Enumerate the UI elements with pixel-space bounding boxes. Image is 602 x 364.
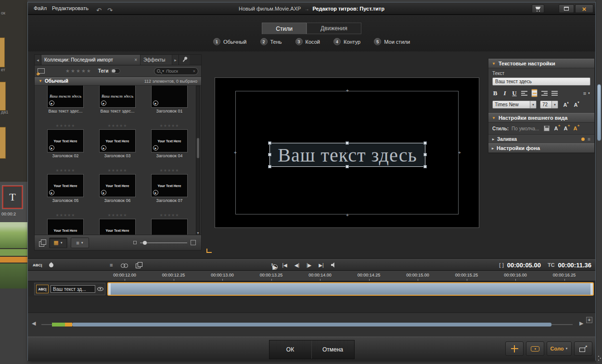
play-icon[interactable]: ▶	[49, 100, 54, 106]
text-settings-header[interactable]: ▼ Текстовые настройки	[488, 59, 594, 68]
italic-button[interactable]: I	[502, 89, 508, 97]
item-thumbnail[interactable]: Your Text Here▶	[47, 129, 84, 152]
collection-item[interactable]: ★★★★★▶	[143, 213, 195, 236]
import-icon[interactable]	[38, 68, 45, 74]
fill-options-icon[interactable]: ≡	[588, 137, 590, 142]
background-settings-header[interactable]: ▸ Настройки фона	[488, 143, 594, 153]
title-text-input[interactable]: Ваш текст здесь	[492, 77, 590, 86]
tab-effects[interactable]: Эффекты	[141, 55, 172, 65]
increase-size-button[interactable]: A▲	[562, 102, 569, 108]
go-to-end-button[interactable]: ▶|	[319, 263, 323, 268]
selected-text-box[interactable]: Ваш текст здесь	[269, 143, 425, 167]
thumbnail-size-slider[interactable]	[140, 240, 187, 245]
collection-item[interactable]: ★★★★★Ваш текст здесь▶Ваш текст здес...	[91, 86, 143, 114]
zoom-in-icon[interactable]	[191, 240, 196, 245]
collection-item[interactable]: ★★★★★Your Text Here▶Заголовок 04	[143, 124, 195, 159]
order-icon[interactable]: ≡	[110, 262, 113, 268]
cancel-button[interactable]: Отмена	[312, 340, 354, 359]
play-icon[interactable]: ▶	[153, 145, 158, 151]
pin-button[interactable]	[179, 55, 190, 65]
list-view-button[interactable]: ≡ ▼	[71, 238, 89, 248]
item-thumbnail[interactable]: Your Text Here▶	[99, 129, 136, 152]
maximize-button[interactable]	[559, 4, 574, 13]
resize-handle[interactable]	[268, 153, 271, 156]
search-clear-icon[interactable]: ×	[193, 69, 195, 74]
tags-control[interactable]: Теги	[98, 68, 120, 74]
item-rating-stars[interactable]: ★★★★★	[160, 168, 179, 174]
resize-handle[interactable]	[346, 141, 349, 145]
shop-button[interactable]	[532, 4, 544, 13]
appearance-settings-header[interactable]: ▼ Настройки внешнего вида	[488, 113, 594, 123]
collection-item[interactable]: ★★★★★Your Text Here▶Заголовок 06	[91, 168, 143, 204]
align-center-button[interactable]	[531, 89, 538, 97]
scroll-right-button[interactable]: ▶	[579, 320, 583, 326]
item-thumbnail[interactable]: Ваш текст здесь▶	[47, 86, 84, 108]
undo-icon[interactable]: ↶	[96, 7, 102, 14]
item-thumbnail[interactable]: Ваш текст здесь▶	[99, 86, 136, 108]
scroll-down-icon[interactable]: ▼	[196, 231, 200, 235]
collapse-icon[interactable]: ▼	[38, 79, 42, 83]
solo-button[interactable]: Соло ▼	[547, 341, 572, 356]
section-header[interactable]: ▼ Обычный 112 элементов, 0 выбрано	[35, 77, 201, 86]
close-button[interactable]: ×	[575, 4, 593, 13]
item-thumbnail[interactable]: ▶	[151, 219, 188, 236]
align-right-button[interactable]	[541, 91, 548, 96]
fill-section-row[interactable]: ▸ Заливка ≡	[488, 134, 594, 143]
bold-button[interactable]: B	[492, 89, 498, 97]
play-icon[interactable]: ▶	[101, 100, 106, 106]
collection-item[interactable]: ★★★★★Your Text Here▶Заголовок 07	[143, 168, 195, 204]
tab-collection-last-import[interactable]: Коллекции: Последний импорт ×	[41, 55, 141, 65]
scroll-left-button[interactable]: ◀	[32, 320, 36, 326]
align-left-button[interactable]	[521, 91, 527, 96]
grid-view-button[interactable]: ▦ ▼	[49, 238, 67, 248]
item-rating-stars[interactable]: ★★★★★	[56, 213, 76, 219]
host-vertical-scrollbar[interactable]	[596, 0, 602, 364]
collection-item[interactable]: ★★★★★Your Text Here▶Заголовок 05	[39, 168, 91, 204]
item-thumbnail[interactable]: Your Text Here▶	[47, 219, 84, 236]
item-rating-stars[interactable]: ★★★★★	[108, 168, 128, 174]
collapse-icon[interactable]: ▼	[492, 62, 496, 66]
redo-icon[interactable]: ↷	[107, 7, 113, 14]
item-rating-stars[interactable]: ★★★★★	[56, 124, 76, 129]
collection-item[interactable]: ★★★★★▶Заголовок 01	[143, 86, 195, 114]
menu-edit[interactable]: Редактировать	[52, 5, 89, 11]
play-button[interactable]: ▶	[272, 264, 278, 270]
timeline-ruler[interactable]: 00:00:12.0000:00:12.2500:00:13.0000:00:1…	[28, 271, 595, 281]
add-new-style-button[interactable]: A+	[572, 126, 578, 131]
resize-handle[interactable]	[268, 141, 271, 145]
style-tab-4[interactable]: 4Контур	[333, 38, 360, 45]
dropdown-icon[interactable]: ▼	[60, 241, 63, 244]
collection-item[interactable]: ★★★★★Your Text Here▶Заголовок 02	[39, 124, 91, 159]
title-clip[interactable]	[107, 282, 594, 296]
collection-item[interactable]: ★★★★★Your Text Here▶	[91, 213, 143, 236]
style-tab-1[interactable]: 1Обычный	[213, 38, 247, 45]
item-thumbnail[interactable]: Your Text Here▶	[151, 174, 188, 197]
resize-grip[interactable]	[598, 356, 599, 357]
item-rating-stars[interactable]: ★★★★★	[56, 168, 76, 174]
item-thumbnail[interactable]: Your Text Here▶	[99, 174, 136, 197]
item-rating-stars[interactable]: ★★★★★	[108, 213, 128, 219]
scroll-tabs-left-button[interactable]: ◂	[35, 55, 41, 65]
resize-handle[interactable]	[268, 165, 271, 168]
layers-icon[interactable]	[136, 262, 142, 268]
expand-icon[interactable]: ▸	[492, 137, 494, 141]
close-tab-icon[interactable]: ×	[134, 57, 137, 63]
play-icon[interactable]: ▶	[49, 190, 54, 195]
resize-grip[interactable]	[598, 360, 599, 361]
frame-forward-button[interactable]: |▶	[307, 263, 311, 268]
item-thumbnail[interactable]: Your Text Here▶	[47, 174, 84, 197]
tab-motions[interactable]: Движения	[307, 23, 361, 34]
rating-filter-stars[interactable]: ★★★★★	[65, 68, 92, 74]
dropdown-icon[interactable]: ▼	[551, 101, 558, 108]
item-thumbnail[interactable]: Your Text Here▶	[99, 219, 136, 236]
add-edge-style-button[interactable]: A+	[562, 126, 569, 131]
expand-icon[interactable]: ▸	[492, 146, 494, 151]
resize-handle[interactable]	[423, 153, 427, 156]
dropdown-icon[interactable]: ▼	[81, 241, 84, 244]
group-icon[interactable]	[121, 263, 128, 267]
style-tab-3[interactable]: 3Косой	[295, 38, 320, 45]
menu-file[interactable]: Файл	[34, 5, 47, 11]
ok-button[interactable]: ОК	[269, 340, 312, 359]
style-value[interactable]: По умолча...	[512, 126, 539, 131]
track-visibility-icon[interactable]	[97, 287, 103, 291]
